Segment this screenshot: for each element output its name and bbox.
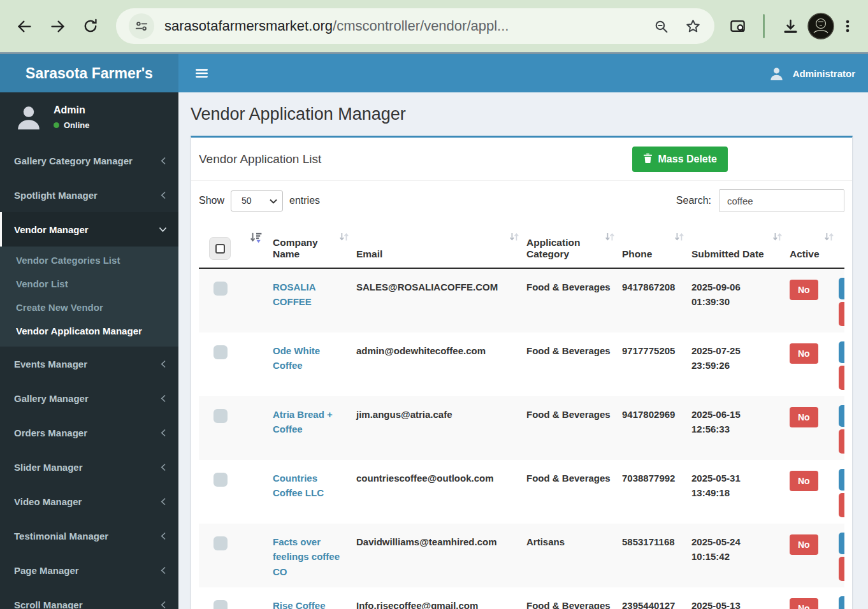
row-checkbox[interactable] <box>213 473 228 487</box>
reload-icon[interactable] <box>74 10 107 43</box>
sidebar-item-video-manager[interactable]: Video Manager <box>0 484 178 519</box>
delete-button-clipped[interactable] <box>839 302 844 326</box>
page-length-control: Show 50 entries <box>199 190 320 211</box>
column-header-submitted-date[interactable]: Submitted Date <box>686 222 785 268</box>
company-name-link[interactable]: Ode White Coffee <box>273 345 320 371</box>
column-header-label: Email <box>356 248 382 259</box>
site-settings-icon[interactable] <box>129 13 154 39</box>
active-toggle-button[interactable]: No <box>790 598 818 609</box>
browser-menu-icon[interactable] <box>835 10 860 43</box>
column-header-phone[interactable]: Phone <box>617 222 686 268</box>
sidebar-item-events-manager[interactable]: Events Manager <box>0 347 178 381</box>
column-header-application-category[interactable]: Application Category <box>521 222 617 268</box>
phone-cell: 5853171168 <box>617 524 686 587</box>
download-icon[interactable] <box>774 10 807 43</box>
active-toggle-button[interactable]: No <box>790 534 818 555</box>
vendor-table-wrap: Company NameEmailApplication CategoryPho… <box>199 222 844 609</box>
sort-icon[interactable] <box>339 231 349 245</box>
hamburger-icon[interactable] <box>190 62 213 85</box>
browser-profile-avatar[interactable] <box>807 12 835 40</box>
chevron-left-icon <box>160 498 167 506</box>
view-button-clipped[interactable] <box>839 596 844 609</box>
delete-button-clipped[interactable] <box>839 429 844 454</box>
sidebar-item-gallery-manager[interactable]: Gallery Manager <box>0 381 178 415</box>
row-checkbox[interactable] <box>213 345 228 359</box>
submitted-date-cell: 2025-05-24 10:15:42 <box>686 524 785 587</box>
select-all-checkbox[interactable] <box>209 237 231 260</box>
row-checkbox[interactable] <box>213 600 228 609</box>
sidebar-item-label: Video Manager <box>14 496 82 507</box>
column-header-active[interactable]: Active <box>785 222 836 268</box>
chevron-left-icon <box>160 191 167 199</box>
active-toggle-button[interactable]: No <box>790 471 818 491</box>
chrome-toolbar-right <box>721 10 860 43</box>
panel-header: Vendor Application List Mass Delete <box>191 138 852 181</box>
view-button-clipped[interactable] <box>839 341 844 363</box>
online-label: Online <box>64 120 89 130</box>
row-actions-clipped <box>839 533 844 581</box>
url-bar[interactable]: sarasotafarmersmarket.org/cmscontroller/… <box>116 8 714 44</box>
row-checkbox[interactable] <box>213 409 228 423</box>
bookmark-star-icon[interactable] <box>684 18 702 35</box>
column-header-email[interactable]: Email <box>351 222 521 268</box>
brand-title[interactable]: Sarasota Farmer's <box>0 54 178 92</box>
back-icon[interactable] <box>8 10 41 43</box>
vendor-table: Company NameEmailApplication CategoryPho… <box>199 222 844 609</box>
view-button-clipped[interactable] <box>839 278 844 299</box>
sidebar-item-page-manager[interactable]: Page Manager <box>0 553 178 587</box>
sort-active-icon[interactable] <box>250 232 263 247</box>
page-length-select[interactable]: 50 <box>231 190 283 211</box>
active-toggle-button[interactable]: No <box>790 407 818 427</box>
company-name-link[interactable]: ROSALIA COFFEE <box>273 282 315 307</box>
navbar-user-menu[interactable]: Administrator <box>769 66 855 82</box>
sort-icon[interactable] <box>509 231 519 245</box>
sidebar-subitem-vendor-categories-list[interactable]: Vendor Categories List <box>0 248 178 272</box>
company-name-link[interactable]: Atria Bread + Coffee <box>273 409 333 434</box>
sort-icon[interactable] <box>824 231 834 245</box>
sidebar-item-scroll-manager[interactable]: Scroll Manager <box>0 587 178 609</box>
company-name-link[interactable]: Facts over feelings coffee CO <box>273 536 340 577</box>
delete-button-clipped[interactable] <box>839 493 844 517</box>
row-actions-clipped <box>839 405 844 454</box>
sidebar-item-spotlight-manager[interactable]: Spotlight Manager <box>0 178 178 212</box>
zoom-icon[interactable] <box>653 18 669 34</box>
url-path: /cmscontroller/vendor/appl... <box>333 18 509 34</box>
sidebar-item-testimonial-manager[interactable]: Testimonial Manager <box>0 519 178 553</box>
url-text: sarasotafarmersmarket.org/cmscontroller/… <box>164 18 638 34</box>
view-button-clipped[interactable] <box>839 533 844 554</box>
company-name-link[interactable]: Rise Coffee <box>273 600 326 609</box>
search-input[interactable] <box>719 189 844 212</box>
sort-icon[interactable] <box>674 231 684 245</box>
delete-button-clipped[interactable] <box>839 366 844 390</box>
url-domain: sarasotafarmersmarket.org <box>164 18 333 34</box>
sort-icon[interactable] <box>605 231 615 245</box>
sidebar-subitem-create-new-vendor[interactable]: Create New Vendor <box>0 296 178 319</box>
sidebar-subitem-vendor-list[interactable]: Vendor List <box>0 272 178 296</box>
submitted-date-cell: 2025-06-15 12:56:33 <box>686 396 785 460</box>
category-cell: Food & Beverages <box>521 396 617 460</box>
delete-button-clipped[interactable] <box>839 557 844 581</box>
sidebar-subitem-vendor-applicaton-manager[interactable]: Vendor Applicaton Manager <box>0 319 178 343</box>
view-button-clipped[interactable] <box>839 405 844 427</box>
table-row: Rise CoffeeInfo.risecoffee@gmail.comFood… <box>199 587 844 609</box>
view-button-clipped[interactable] <box>839 469 844 491</box>
sidebar-item-orders-manager[interactable]: Orders Manager <box>0 415 178 450</box>
active-toggle-button[interactable]: No <box>790 343 818 364</box>
row-checkbox[interactable] <box>213 282 228 296</box>
row-checkbox[interactable] <box>213 536 228 550</box>
sort-icon[interactable] <box>772 231 783 245</box>
forward-icon[interactable] <box>41 10 74 43</box>
sidebar-item-vendor-manager[interactable]: Vendor Manager <box>0 212 178 247</box>
category-cell: Food & Beverages <box>521 460 617 524</box>
search-label: Search: <box>676 195 711 206</box>
sidebar-item-gallery-category-manager[interactable]: Gallery Category Manager <box>0 143 178 178</box>
sidebar-item-label: Scroll Manager <box>14 599 83 609</box>
active-toggle-button[interactable]: No <box>790 280 818 300</box>
search-tabs-icon[interactable] <box>721 10 754 43</box>
company-name-link[interactable]: Countries Coffee LLC <box>273 473 324 498</box>
mass-delete-button[interactable]: Mass Delete <box>632 147 728 172</box>
table-row: Atria Bread + Coffeejim.angus@atria.cafe… <box>199 396 844 460</box>
category-cell: Food & Beverages <box>521 333 617 396</box>
column-header-company-name[interactable]: Company Name <box>268 222 351 268</box>
sidebar-item-slider-manager[interactable]: Slider Manager <box>0 450 178 484</box>
